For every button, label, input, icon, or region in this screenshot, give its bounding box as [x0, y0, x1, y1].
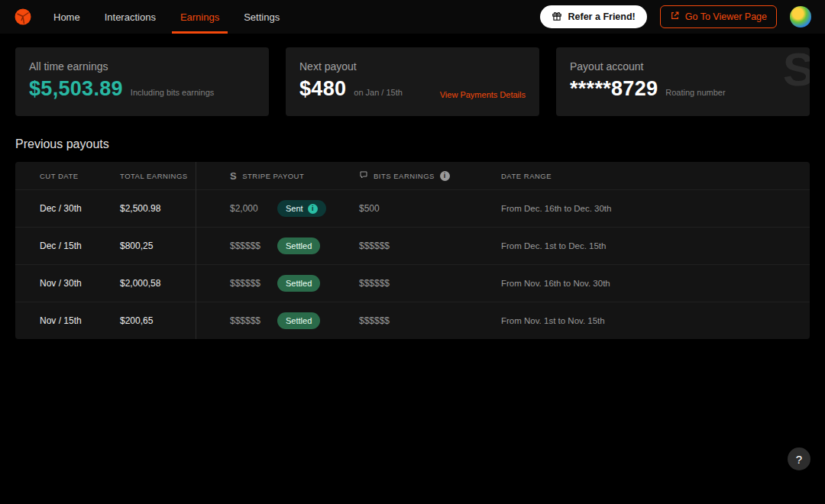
- cell-total-earnings: $2,000,58: [120, 278, 230, 289]
- header-bits-earnings-label: BITS EARNINGS: [374, 172, 435, 180]
- user-avatar[interactable]: [790, 6, 811, 27]
- status-label: Settled: [286, 241, 312, 250]
- stripe-amount: $$$$$$: [230, 315, 277, 326]
- refer-friend-label: Refer a Friend!: [568, 11, 636, 22]
- payout-account-card: S Payout account *****8729 Roating numbe…: [556, 47, 810, 116]
- table-column-divider: [196, 162, 196, 339]
- header-stripe-payout: S STRIPE PAYOUT: [230, 171, 359, 181]
- header-date-range: DATE RANGE: [501, 172, 791, 180]
- stripe-amount: $$$$$$: [230, 241, 277, 251]
- status-badge: Sent i: [277, 200, 326, 217]
- nav-item-earnings[interactable]: Earnings: [168, 0, 231, 34]
- cell-date-range: From Dec. 1st to Dec. 15th: [501, 241, 791, 250]
- app-logo-icon[interactable]: [14, 8, 32, 26]
- table-row: Nov / 15th $200,65 $$$$$$ Settled $$$$$$…: [15, 302, 810, 339]
- next-payout-amount: $480: [299, 77, 346, 101]
- stripe-amount: $2,000: [230, 203, 277, 214]
- status-label: Settled: [286, 279, 312, 288]
- cell-stripe-payout: $$$$$$ Settled: [230, 275, 359, 292]
- cell-stripe-payout: $2,000 Sent i: [230, 200, 359, 217]
- cell-total-earnings: $800,25: [120, 241, 230, 251]
- table-row: Dec / 30th $2,500.98 $2,000 Sent i $500 …: [15, 189, 810, 227]
- stripe-s-icon: S: [230, 171, 237, 181]
- next-payout-title: Next payout: [299, 60, 526, 73]
- bits-info-icon[interactable]: i: [440, 171, 450, 181]
- status-label: Sent: [286, 204, 303, 213]
- all-time-earnings-amount: $5,503.89: [29, 77, 123, 101]
- previous-payouts-title: Previous payouts: [15, 137, 810, 151]
- cell-cut-date: Dec / 30th: [40, 203, 120, 214]
- all-time-earnings-title: All time earnings: [29, 60, 255, 73]
- top-nav: Home Interactions Earnings Settings Refe…: [0, 0, 825, 34]
- payouts-table: CUT DATE TOTAL EARNINGS S STRIPE PAYOUT …: [15, 162, 810, 339]
- stripe-amount: $$$$$$: [230, 278, 277, 289]
- cell-bits-earnings: $$$$$$: [359, 278, 501, 289]
- table-header-row: CUT DATE TOTAL EARNINGS S STRIPE PAYOUT …: [15, 162, 810, 189]
- header-stripe-payout-label: STRIPE PAYOUT: [242, 172, 304, 180]
- cell-date-range: From Nov. 16th to Nov. 30th: [501, 279, 791, 288]
- header-total-earnings: TOTAL EARNINGS: [120, 172, 230, 180]
- nav-item-home[interactable]: Home: [41, 0, 92, 34]
- next-payout-note: on Jan / 15th: [354, 88, 403, 97]
- refer-friend-button[interactable]: Refer a Friend!: [540, 5, 647, 28]
- help-button[interactable]: ?: [788, 447, 810, 470]
- cell-bits-earnings: $500: [359, 203, 501, 214]
- all-time-earnings-card: All time earnings $5,503.89 Including bi…: [15, 47, 269, 116]
- cell-cut-date: Nov / 30th: [40, 278, 120, 289]
- cell-total-earnings: $200,65: [120, 315, 230, 326]
- table-row: Dec / 15th $800,25 $$$$$$ Settled $$$$$$…: [15, 227, 810, 264]
- table-row: Nov / 30th $2,000,58 $$$$$$ Settled $$$$…: [15, 264, 810, 302]
- cell-date-range: From Nov. 1st to Nov. 15th: [501, 316, 791, 325]
- payout-account-title: Payout account: [570, 60, 796, 73]
- bits-icon: [359, 170, 368, 181]
- go-to-viewer-page-label: Go To Viewer Page: [685, 11, 767, 22]
- cell-stripe-payout: $$$$$$ Settled: [230, 237, 359, 254]
- cell-stripe-payout: $$$$$$ Settled: [230, 312, 359, 329]
- cell-date-range: From Dec. 16th to Dec. 30th: [501, 204, 791, 213]
- view-payments-details-link[interactable]: View Payments Details: [440, 90, 526, 99]
- header-bits-earnings: BITS EARNINGS i: [359, 170, 501, 181]
- gift-icon: [552, 11, 562, 24]
- status-badge: Settled: [277, 275, 320, 292]
- cell-total-earnings: $2,500.98: [120, 203, 230, 214]
- cell-bits-earnings: $$$$$$: [359, 241, 501, 251]
- go-to-viewer-page-button[interactable]: Go To Viewer Page: [660, 5, 777, 28]
- next-payout-card: Next payout $480 on Jan / 15th View Paym…: [286, 47, 539, 116]
- status-label: Settled: [286, 316, 312, 325]
- payout-account-number: *****8729: [570, 77, 658, 101]
- sent-info-icon[interactable]: i: [308, 204, 318, 214]
- external-link-icon: [670, 11, 680, 23]
- cell-bits-earnings: $$$$$$: [359, 315, 501, 326]
- cell-cut-date: Nov / 15th: [40, 315, 120, 326]
- status-badge: Settled: [277, 237, 320, 254]
- payout-account-note: Roating number: [665, 88, 725, 97]
- all-time-earnings-note: Including bits earnings: [131, 88, 214, 97]
- summary-cards: All time earnings $5,503.89 Including bi…: [15, 47, 810, 116]
- nav-right-actions: Refer a Friend! Go To Viewer Page: [540, 5, 811, 28]
- header-cut-date: CUT DATE: [40, 172, 120, 180]
- nav-item-interactions[interactable]: Interactions: [92, 0, 168, 34]
- status-badge: Settled: [277, 312, 320, 329]
- nav-item-settings[interactable]: Settings: [231, 0, 292, 34]
- cell-cut-date: Dec / 15th: [40, 241, 120, 251]
